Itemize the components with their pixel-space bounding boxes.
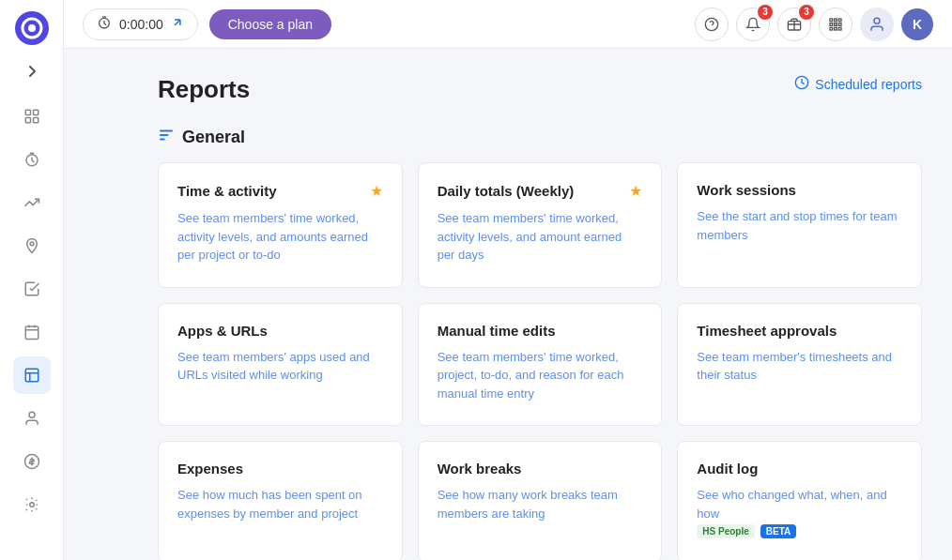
svg-rect-4 <box>33 110 38 114</box>
svg-point-2 <box>28 24 36 32</box>
card-description: See how many work breaks team members ar… <box>438 486 643 522</box>
svg-rect-25 <box>838 19 841 22</box>
card-description: See who changed what, when, and how <box>697 486 902 522</box>
timer-icon <box>97 15 112 34</box>
timer-expand-icon <box>171 16 184 32</box>
gifts-badge: 3 <box>799 5 814 20</box>
help-button[interactable] <box>695 8 729 41</box>
profile-icon-button[interactable] <box>860 8 894 41</box>
card-title: Daily totals (Weekly) <box>438 183 575 199</box>
topbar-icons: 3 3 K <box>695 8 933 41</box>
main-content: Reports Scheduled reports General Time &… <box>128 49 952 560</box>
topbar: 0:00:00 Choose a plan 3 3 K <box>64 0 952 49</box>
section-lines-icon <box>158 127 175 147</box>
user-avatar-button[interactable]: K <box>901 8 933 40</box>
sidebar-item-reports[interactable] <box>13 356 51 394</box>
sidebar-item-billing[interactable] <box>13 443 51 480</box>
notifications-button[interactable]: 3 <box>736 8 770 41</box>
app-logo[interactable] <box>15 11 49 45</box>
card-description: See team members' time worked, activity … <box>177 209 383 265</box>
card-description: See team members' time worked, activity … <box>438 209 643 265</box>
card-title: Work breaks <box>438 461 522 477</box>
card-title: Manual time edits <box>438 323 556 339</box>
sidebar-item-trends[interactable] <box>13 184 51 221</box>
gifts-button[interactable]: 3 <box>777 8 811 41</box>
card-header: Time & activity ★ <box>177 182 383 200</box>
report-card-expenses[interactable]: Expenses See how much has been spent on … <box>158 441 403 560</box>
report-card-timesheet-approvals[interactable]: Timesheet approvals See team member's ti… <box>677 303 922 427</box>
svg-rect-3 <box>25 110 30 114</box>
sidebar-collapse-button[interactable] <box>19 58 45 84</box>
card-description: See team members' apps used and URLs vis… <box>177 348 383 385</box>
sidebar-item-dashboard[interactable] <box>13 98 51 135</box>
card-header: Apps & URLs <box>177 323 383 339</box>
section-header-general: General <box>158 127 922 147</box>
card-description: See how much has been spent on expenses … <box>177 486 383 522</box>
card-header: Audit log <box>697 461 902 477</box>
svg-rect-5 <box>25 118 30 123</box>
report-card-work-sessions[interactable]: Work sessions See the start and stop tim… <box>677 162 922 288</box>
card-description: See team member's timesheets and their s… <box>697 348 902 385</box>
card-header: Work sessions <box>697 182 902 198</box>
apps-grid-button[interactable] <box>819 8 852 41</box>
svg-point-32 <box>874 18 880 23</box>
card-title: Expenses <box>177 461 243 477</box>
sidebar-item-calendar[interactable] <box>13 313 51 351</box>
card-title: Time & activity <box>177 183 277 199</box>
card-header: Work breaks <box>438 461 643 477</box>
reports-cards-grid: Time & activity ★ See team members' time… <box>158 162 922 560</box>
sidebar-item-location[interactable] <box>13 227 51 265</box>
sidebar-item-integrations[interactable] <box>13 486 51 523</box>
page-header: Reports Scheduled reports <box>158 75 922 104</box>
report-card-time-activity[interactable]: Time & activity ★ See team members' time… <box>158 162 403 288</box>
report-card-work-breaks[interactable]: Work breaks See how many work breaks tea… <box>418 441 663 560</box>
scheduled-reports-label: Scheduled reports <box>815 77 922 92</box>
favorite-star-icon[interactable]: ★ <box>629 182 642 200</box>
svg-rect-28 <box>838 23 841 25</box>
svg-rect-30 <box>835 27 837 30</box>
card-description: See the start and stop times for team me… <box>697 207 902 244</box>
report-card-daily-totals[interactable]: Daily totals (Weekly) ★ See team members… <box>418 162 663 288</box>
favorite-star-icon[interactable]: ★ <box>370 182 383 200</box>
report-card-audit-log[interactable]: Audit log See who changed what, when, an… <box>677 441 922 560</box>
timer-widget[interactable]: 0:00:00 <box>83 8 198 40</box>
card-header: Daily totals (Weekly) ★ <box>438 182 643 200</box>
card-title: Work sessions <box>697 182 796 198</box>
svg-rect-26 <box>830 23 833 25</box>
card-header: Expenses <box>177 461 383 477</box>
card-header: Timesheet approvals <box>697 323 902 339</box>
svg-rect-24 <box>835 19 837 22</box>
svg-rect-27 <box>835 23 837 25</box>
svg-rect-31 <box>838 27 841 30</box>
scheduled-reports-link[interactable]: Scheduled reports <box>794 75 922 94</box>
sidebar <box>0 0 64 560</box>
svg-rect-6 <box>33 118 38 123</box>
card-description: See team members' time worked, project, … <box>438 348 643 403</box>
clock-icon <box>794 75 809 94</box>
card-title: Audit log <box>697 461 758 477</box>
timer-value: 0:00:00 <box>119 17 163 32</box>
section-title-general: General <box>182 128 245 147</box>
svg-point-16 <box>29 412 35 417</box>
card-title: Timesheet approvals <box>697 323 837 339</box>
svg-rect-13 <box>25 369 38 382</box>
sidebar-item-people[interactable] <box>13 400 51 437</box>
report-card-apps-urls[interactable]: Apps & URLs See team members' apps used … <box>158 303 403 427</box>
page-title: Reports <box>158 75 250 104</box>
card-header: Manual time edits <box>438 323 643 339</box>
report-card-manual-time-edits[interactable]: Manual time edits See team members' time… <box>418 303 663 427</box>
svg-rect-29 <box>830 27 833 30</box>
card-title: Apps & URLs <box>177 323 268 339</box>
notifications-badge: 3 <box>758 5 773 20</box>
beta-badge: BETA <box>760 524 796 538</box>
sidebar-item-tasks[interactable] <box>13 270 51 308</box>
svg-rect-9 <box>25 326 38 340</box>
svg-point-8 <box>30 242 34 246</box>
choose-plan-button[interactable]: Choose a plan <box>209 9 331 39</box>
sidebar-item-timer[interactable] <box>13 141 51 178</box>
hs-people-badge: HS People <box>697 524 754 538</box>
svg-point-18 <box>29 503 34 507</box>
svg-rect-23 <box>830 19 833 22</box>
